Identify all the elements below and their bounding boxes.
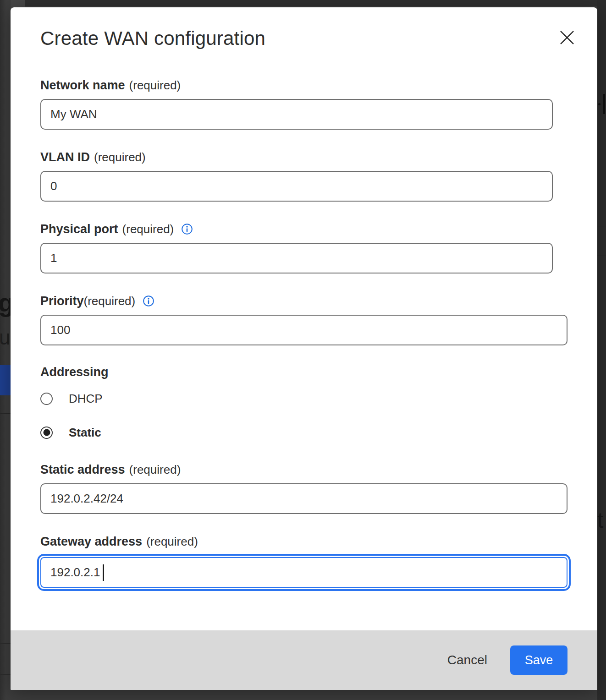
physical-port-label: Physical port (required) — [40, 222, 578, 236]
background-overlay-top — [25, 0, 597, 6]
vlan-id-label: VLAN ID (required) — [40, 150, 578, 164]
info-icon[interactable] — [143, 295, 154, 307]
background-divider — [0, 413, 11, 414]
physical-port-input[interactable] — [40, 243, 553, 273]
priority-label: Priority (required) — [40, 294, 578, 308]
radio-dhcp-label: DHCP — [69, 392, 103, 406]
network-name-label: Network name (required) — [40, 78, 578, 93]
static-address-label: Static address (required) — [40, 462, 578, 477]
gateway-address-label: Gateway address (required) — [40, 534, 578, 549]
background-partial-button — [0, 365, 11, 395]
info-icon[interactable] — [181, 223, 193, 235]
static-address-input[interactable] — [40, 483, 567, 514]
radio-option-static[interactable]: Static — [40, 426, 578, 439]
background-divider — [0, 674, 11, 675]
network-name-input[interactable] — [40, 99, 553, 130]
background-divider — [597, 675, 606, 675]
text-caret — [103, 564, 104, 581]
background-partial-text — [598, 103, 600, 105]
radio-option-dhcp[interactable]: DHCP — [40, 392, 578, 405]
background-divider — [0, 643, 11, 644]
vlan-id-input[interactable] — [40, 171, 553, 202]
background-overlay-right: t — [597, 0, 606, 700]
radio-static-label: Static — [69, 426, 101, 440]
background-partial-text: t — [597, 508, 603, 533]
background-divider — [597, 256, 606, 256]
gateway-address-input[interactable] — [40, 557, 567, 588]
save-button[interactable]: Save — [510, 645, 567, 675]
radio-unselected-icon[interactable] — [40, 393, 53, 405]
radio-selected-icon[interactable] — [40, 427, 53, 439]
gateway-address-field-focused — [40, 557, 567, 588]
dialog-body: Create WAN configuration Network name (r… — [11, 7, 597, 630]
background-divider — [597, 226, 606, 226]
priority-input[interactable] — [40, 315, 567, 345]
addressing-heading: Addressing — [40, 365, 578, 379]
dialog-title: Create WAN configuration — [40, 27, 578, 49]
background-partial-text: g — [0, 288, 11, 317]
create-wan-configuration-dialog: Create WAN configuration Network name (r… — [11, 7, 597, 690]
background-overlay-left: g u — [0, 0, 11, 700]
background-partial-text: u — [0, 326, 10, 349]
background-partial-text — [603, 94, 605, 114]
background-divider — [597, 643, 606, 643]
dialog-footer: Cancel Save — [11, 630, 597, 690]
cancel-button[interactable]: Cancel — [439, 648, 496, 672]
